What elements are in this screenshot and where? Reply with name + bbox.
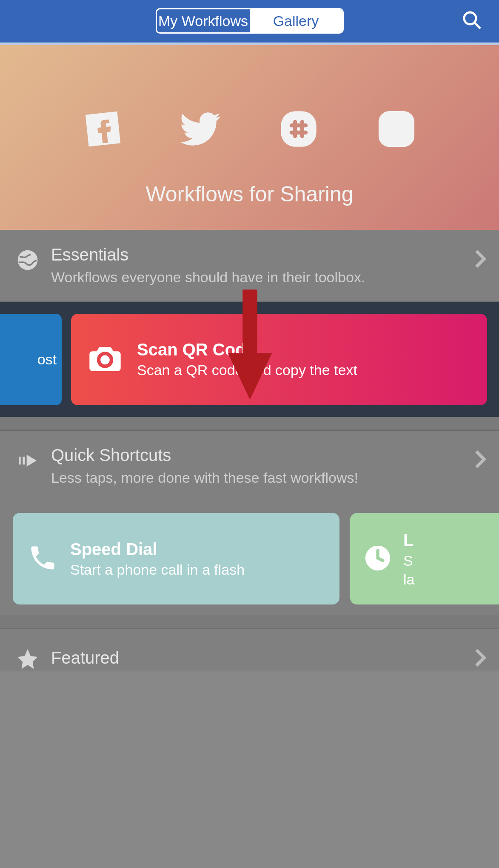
card-title: L [403, 529, 414, 551]
chevron-right-icon [474, 450, 486, 470]
card-sub1: S [403, 551, 414, 570]
section-subtitle: Less taps, more done with these fast wor… [51, 468, 484, 487]
tab-my-workflows[interactable]: My Workflows [157, 9, 250, 32]
section-title: Essentials [51, 245, 484, 264]
essentials-cards-row[interactable]: ost Scan QR Code Scan a QR code and copy… [0, 302, 499, 417]
search-icon[interactable] [462, 10, 482, 32]
card-text: Scan QR Code Scan a QR code and copy the… [137, 340, 357, 378]
card-partial-left[interactable]: ost [0, 314, 62, 405]
gap [0, 615, 499, 628]
svg-point-4 [388, 121, 405, 137]
star-icon [15, 646, 40, 672]
section-quick-shortcuts[interactable]: Quick Shortcuts Less taps, more done wit… [0, 430, 499, 502]
card-text: L S la [403, 529, 414, 589]
facebook-icon [82, 108, 124, 152]
camera-icon [88, 344, 122, 375]
slack-icon [277, 108, 320, 152]
section-featured[interactable]: Featured [0, 629, 499, 671]
instagram-icon [375, 108, 418, 152]
gap [0, 417, 499, 430]
card-clock-partial[interactable]: L S la [350, 513, 499, 604]
globe-icon [15, 247, 40, 273]
body: Workflows for Sharing Essentials Workflo… [0, 43, 499, 868]
quick-cards-row[interactable]: Speed Dial Start a phone call in a flash… [0, 502, 499, 615]
card-sub2: la [403, 570, 414, 589]
svg-rect-2 [281, 111, 316, 146]
card-title: Scan QR Code [137, 340, 357, 359]
phone-icon [28, 543, 57, 575]
svg-point-0 [464, 12, 476, 24]
card-partial-label: ost [37, 351, 57, 368]
twitter-icon [180, 108, 222, 152]
hero-icons [82, 108, 418, 152]
nav-header: My Workflows Gallery [0, 0, 499, 43]
svg-line-1 [475, 23, 480, 29]
section-essentials[interactable]: Essentials Workflows everyone should hav… [0, 230, 499, 302]
chevron-right-icon [474, 249, 486, 270]
section-subtitle: Workflows everyone should have in their … [51, 268, 484, 286]
segmented-control: My Workflows Gallery [156, 8, 344, 34]
card-title: Speed Dial [70, 540, 245, 559]
svg-point-6 [18, 250, 38, 270]
card-subtitle: Scan a QR code and copy the text [137, 362, 357, 378]
card-scan-qr[interactable]: Scan QR Code Scan a QR code and copy the… [71, 314, 487, 405]
hero-banner[interactable]: Workflows for Sharing [0, 43, 499, 230]
clock-icon [363, 543, 393, 575]
section-title: Featured [51, 648, 484, 667]
hero-title: Workflows for Sharing [145, 182, 353, 206]
tab-gallery[interactable]: Gallery [250, 9, 342, 32]
card-text: Speed Dial Start a phone call in a flash [70, 540, 245, 578]
fast-forward-icon [15, 448, 40, 473]
card-speed-dial[interactable]: Speed Dial Start a phone call in a flash [13, 513, 339, 604]
chevron-right-icon [474, 648, 486, 669]
section-title: Quick Shortcuts [51, 446, 484, 465]
card-subtitle: Start a phone call in a flash [70, 561, 245, 578]
svg-point-5 [405, 117, 409, 121]
screen: My Workflows Gallery [0, 0, 499, 868]
